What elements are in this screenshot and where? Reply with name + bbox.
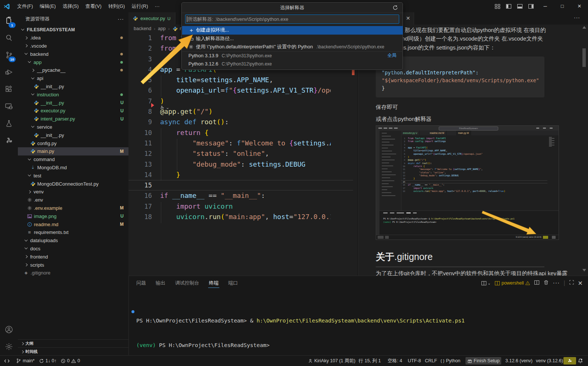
notifications-bell-icon[interactable] — [576, 356, 585, 366]
tree-item-api[interactable]: api — [18, 74, 128, 83]
testing-icon[interactable] — [0, 115, 18, 132]
menu-item-2[interactable]: 选择(S) — [59, 2, 82, 10]
tree-item-.env[interactable]: .env — [18, 196, 128, 204]
toggle-sidebar-icon[interactable] — [503, 2, 514, 11]
editor-actions-more[interactable]: ··· — [574, 15, 580, 20]
quickpick-item-default-path[interactable]: 使用 \"python.defaultInterpreterPath\" 设置中… — [182, 43, 403, 51]
toggle-panel-icon[interactable] — [514, 2, 525, 11]
tree-item-command[interactable]: command — [18, 155, 128, 164]
source-control-icon[interactable]: 10 — [0, 46, 18, 64]
timeline-section[interactable]: 时间线 — [18, 347, 128, 355]
terminal-launch-icon[interactable]: ⌄ — [481, 280, 490, 286]
close-tab-icon[interactable]: ✕ — [406, 15, 410, 21]
menu-item-3[interactable]: 查看(V) — [82, 2, 105, 10]
remote-explorer-icon[interactable] — [0, 98, 18, 115]
tree-item-data-uploads[interactable]: data\uploads — [18, 237, 128, 245]
pinwheel-status-icon[interactable] — [563, 357, 576, 365]
tree-item-docs[interactable]: docs — [18, 245, 128, 253]
tree-item-service[interactable]: service — [18, 123, 128, 131]
account-icon[interactable] — [0, 321, 18, 338]
python-interpreter-indicator[interactable]: 3.12.6 (venv) — [503, 356, 534, 366]
git-blame-indicator[interactable]: KiriAky 107 (1 周前) — [306, 356, 357, 366]
search-icon[interactable] — [0, 29, 18, 46]
tree-item-readme.md[interactable]: readme.mdM — [18, 220, 128, 228]
menu-item-5[interactable]: 运行(R) — [128, 2, 151, 10]
tree-item-.gitignore[interactable]: ◈.gitignore — [18, 269, 128, 277]
tree-item-FILESREADSYSTEAM[interactable]: FILESREADSYSTEAM — [18, 26, 128, 34]
language-mode[interactable]: { } Python — [439, 356, 462, 366]
finish-setup-button[interactable]: Finish Setup — [465, 357, 501, 365]
interpreter-input[interactable] — [185, 15, 399, 24]
tree-item-venv[interactable]: venv — [18, 188, 128, 196]
panel-tab-0[interactable]: 问题 — [136, 278, 146, 288]
quickpick-item-enter-path[interactable]: 输入解释器路径... — [182, 35, 403, 43]
close-button[interactable]: ✕ — [571, 0, 588, 12]
tree-item-scripts[interactable]: scripts — [18, 261, 128, 269]
tree-item-instruction[interactable]: instruction — [18, 90, 128, 99]
preview-scrollbar[interactable] — [582, 25, 586, 274]
tree-item-__init__.py[interactable]: __init__.py — [18, 83, 128, 91]
tree-item-__pycache__[interactable]: __pycache__ — [18, 66, 128, 74]
layout-customize-icon[interactable] — [492, 2, 503, 11]
venv-indicator[interactable]: venv (3.12.6) — [534, 356, 565, 366]
tree-item-app[interactable]: app — [18, 58, 128, 66]
inline-action-widget[interactable]: ⌄ — [159, 105, 169, 110]
quickpick-item-python-3139[interactable]: Python 3.13.9 C:\Python313\python.exe 全局 — [182, 51, 403, 60]
maximize-panel-icon[interactable] — [569, 280, 574, 286]
panel-tab-2[interactable]: 调试控制台 — [175, 278, 199, 288]
tree-item-test[interactable]: test — [18, 171, 128, 180]
settings-gear-icon[interactable] — [0, 338, 18, 355]
tree-item-backend[interactable]: backend — [18, 50, 128, 58]
mini-tab: readme.md M — [428, 131, 446, 135]
problems-indicator[interactable]: 0 0 — [59, 356, 82, 366]
panel-tab-4[interactable]: 端口 — [228, 278, 238, 288]
terminal-tab-powershell[interactable]: powershell — [495, 280, 531, 286]
git-branch-indicator[interactable]: main* — [14, 356, 36, 366]
tree-item-requirements.txt[interactable]: ≡requirements.txt — [18, 228, 128, 237]
toggle-secondary-sidebar-icon[interactable] — [525, 2, 537, 11]
sidebar-more-actions[interactable]: ··· — [118, 16, 124, 22]
indentation[interactable]: 空格: 4 — [386, 356, 404, 366]
tree-item-.idea[interactable]: .idea — [18, 34, 128, 42]
tab-executor-py[interactable]: executor.py U — [128, 12, 175, 25]
tree-item-image.png[interactable]: image.pngU — [18, 212, 128, 220]
kill-terminal-icon[interactable] — [543, 280, 549, 287]
tree-item-.vscode[interactable]: .vscode — [18, 42, 128, 50]
remote-indicator[interactable] — [2, 356, 12, 366]
bottom-panel: 问题输出调试控制台终端端口 ⌄ powershell ··· | ✕ — [128, 276, 588, 355]
explorer-icon[interactable]: 1 — [0, 12, 18, 29]
tree-item-frontend[interactable]: frontend — [18, 253, 128, 261]
tree-item-__init__.py[interactable]: __init__.py — [18, 131, 128, 139]
tree-item-intent_parser.py[interactable]: intent_parser.pyU — [18, 115, 128, 123]
maximize-button[interactable]: □ — [554, 0, 571, 12]
outline-section[interactable]: 大纲 — [18, 339, 128, 347]
pinwheel-extension-icon[interactable] — [0, 132, 18, 149]
cursor-position[interactable]: 行 15, 列 1 — [357, 356, 383, 366]
run-debug-icon[interactable] — [0, 64, 18, 81]
tree-item-MongoDB.md[interactable]: ⇣MongoDB.md — [18, 164, 128, 172]
minimize-button[interactable]: ─ — [537, 0, 554, 12]
menu-item-0[interactable]: 文件(F) — [14, 2, 36, 10]
panel-tab-1[interactable]: 输出 — [156, 278, 165, 288]
encoding[interactable]: UTF-8 — [406, 356, 423, 366]
panel-tab-3[interactable]: 终端 — [209, 278, 219, 288]
refresh-icon[interactable] — [392, 5, 398, 12]
git-sync-indicator[interactable]: 1↓ 0↑ — [37, 356, 58, 366]
tree-item-executor.py[interactable]: executor.pyU — [18, 107, 128, 115]
extensions-icon[interactable] — [0, 81, 18, 98]
tree-item-main.py[interactable]: main.pyM — [18, 147, 128, 155]
menu-item-4[interactable]: 转到(G) — [105, 2, 128, 10]
quickpick-item-python-3126[interactable]: Python 3.12.6 C:\Python312\python.exe — [182, 60, 403, 68]
global-scope-link[interactable]: 全局 — [387, 52, 397, 59]
tree-item-MongoDBConnectionTest.py[interactable]: MongoDBConnectionTest.py — [18, 180, 128, 188]
split-terminal-icon[interactable] — [534, 280, 540, 287]
quickpick-item-create-venv[interactable]: ＋ 创建虚拟环境... — [182, 26, 403, 35]
close-panel-icon[interactable]: ✕ — [578, 280, 583, 287]
tree-item-__init__.py[interactable]: __init__.pyU — [18, 99, 128, 107]
panel-more-actions[interactable]: ··· — [553, 280, 560, 286]
menu-item-1[interactable]: 编辑(E) — [36, 2, 59, 10]
eol-sequence[interactable]: CRLF — [423, 356, 439, 366]
tree-item-config.py[interactable]: config.py — [18, 139, 128, 147]
menu-item-6[interactable]: ··· — [151, 2, 163, 10]
tree-item-.env.example[interactable]: .env.exampleM — [18, 204, 128, 212]
